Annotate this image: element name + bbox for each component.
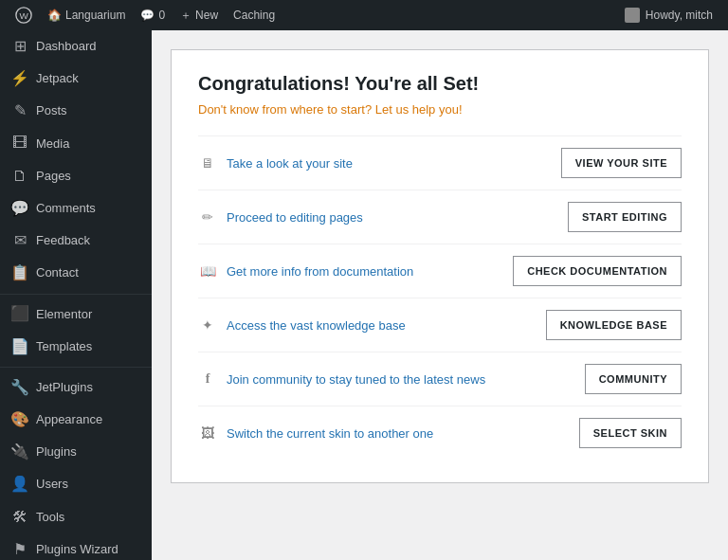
plugins-wizard-icon: ⚑ [11,541,28,558]
documentation-text: Get more info from documentation [227,264,413,279]
comments-btn[interactable]: 💬 0 [133,0,173,30]
sidebar-item-pages[interactable]: 🗋 Pages [0,160,152,192]
sidebar-item-feedback[interactable]: ✉ Feedback [0,225,152,257]
sidebar-label-templates: Templates [36,338,92,355]
new-btn[interactable]: ＋ New [173,0,226,30]
elementor-icon: ⬛ [11,306,28,323]
documentation-icon: 📖 [198,262,217,280]
sidebar-item-jetpack[interactable]: ⚡ Jetpack [0,63,152,95]
admin-bar: W 🏠 Languarium 💬 0 ＋ New Caching Howdy, … [0,0,728,30]
howdy-btn[interactable]: Howdy, mitch [617,8,720,23]
sidebar-divider-2 [0,367,152,368]
sidebar-label-posts: Posts [36,102,67,119]
knowledge-base-icon: ✦ [198,316,217,334]
sidebar-item-plugins-wizard[interactable]: ⚑ Plugins Wizard [0,533,152,560]
jetpack-icon: ⚡ [11,70,28,87]
howdy-text: Howdy, mitch [646,9,713,22]
sidebar-label-contact: Contact [36,264,79,281]
sidebar-label-appearance: Appearance [36,411,102,428]
congrats-row-view-site: 🖥 Take a look at your site VIEW YOUR SIT… [198,135,682,190]
appearance-icon: 🎨 [11,411,28,428]
sidebar-label-elementor: Elementor [36,306,92,323]
svg-text:W: W [20,10,29,21]
feedback-icon: ✉ [11,232,28,249]
check-documentation-button[interactable]: CHECK DOCUMENTATION [513,256,682,286]
caching-btn[interactable]: Caching [226,0,282,30]
posts-icon: ✎ [11,102,28,119]
select-skin-text: Switch the current skin to another one [227,426,433,441]
comment-icon: 💬 [140,9,155,22]
sidebar-label-media: Media [36,135,69,153]
sidebar-item-posts[interactable]: ✎ Posts [0,95,152,127]
congrats-row-select-skin: 🖼 Switch the current skin to another one… [198,406,682,460]
congrats-row-left-view-site: 🖥 Take a look at your site [198,154,353,172]
caching-label: Caching [233,9,275,22]
edit-pages-icon: ✏ [198,208,217,226]
sidebar-label-pages: Pages [36,168,71,185]
sidebar-item-users[interactable]: 👤 Users [0,468,152,500]
sidebar-item-tools[interactable]: 🛠 Tools [0,501,152,533]
sidebar-item-appearance[interactable]: 🎨 Appearance [0,404,152,436]
congrats-card: Congratulations! You're all Set! Don't k… [171,49,709,483]
jetplugins-icon: 🔧 [11,379,28,396]
congrats-subtitle: Don't know from where to start? Let us h… [198,102,682,117]
congrats-row-documentation: 📖 Get more info from documentation CHECK… [198,244,682,298]
pages-icon: 🗋 [11,168,28,185]
select-skin-button[interactable]: SELECT SKIN [579,418,682,448]
home-icon: 🏠 [47,9,62,22]
congrats-row-left-community: f Join community to stay tuned to the la… [198,370,485,388]
congrats-row-left-knowledge-base: ✦ Access the vast knowledge base [198,316,406,334]
sidebar-item-templates[interactable]: 📄 Templates [0,331,152,363]
sidebar-label-feedback: Feedback [36,232,90,249]
avatar [625,8,640,23]
sidebar-label-tools: Tools [36,509,64,526]
comment-count: 0 [158,9,165,22]
sidebar-label-plugins: Plugins [36,443,77,461]
knowledge-base-button[interactable]: KNOWLEDGE BASE [546,310,682,340]
sidebar-item-elementor[interactable]: ⬛ Elementor [0,298,152,331]
users-icon: 👤 [11,477,28,494]
sidebar-item-dashboard[interactable]: ⊞ Dashboard [0,30,152,63]
community-text: Join community to stay tuned to the late… [227,372,485,387]
congrats-row-knowledge-base: ✦ Access the vast knowledge base KNOWLED… [198,298,682,352]
congrats-row-community: f Join community to stay tuned to the la… [198,352,682,406]
congrats-title: Congratulations! You're all Set! [198,73,682,95]
media-icon: 🎞 [11,135,28,153]
sidebar-item-media[interactable]: 🎞 Media [0,128,152,160]
view-site-button[interactable]: VIEW YOUR SITE [561,148,682,178]
plugins-icon: 🔌 [11,443,28,461]
congrats-row-left-edit-pages: ✏ Proceed to editing pages [198,208,363,226]
comments-icon: 💬 [11,200,28,217]
sidebar-divider-1 [0,294,152,295]
start-editing-button[interactable]: START EDITING [568,202,682,232]
site-name-btn[interactable]: 🏠 Languarium [40,0,133,30]
view-site-text: Take a look at your site [227,156,353,171]
templates-icon: 📄 [11,338,28,355]
sidebar-label-users: Users [36,476,68,493]
plus-icon: ＋ [180,8,191,24]
sidebar-item-jetplugins[interactable]: 🔧 JetPlugins [0,371,152,404]
congrats-row-left-documentation: 📖 Get more info from documentation [198,262,413,280]
community-icon: f [198,370,217,388]
wp-logo-btn[interactable]: W [8,0,40,30]
sidebar-item-contact[interactable]: 📋 Contact [0,257,152,289]
sidebar-label-dashboard: Dashboard [36,38,97,55]
main-content: Congratulations! You're all Set! Don't k… [152,30,728,560]
sidebar-label-jetplugins: JetPlugins [36,379,93,396]
select-skin-icon: 🖼 [198,424,217,443]
tools-icon: 🛠 [11,509,28,526]
sidebar-label-jetpack: Jetpack [36,70,79,87]
congrats-row-left-select-skin: 🖼 Switch the current skin to another one [198,424,433,443]
sidebar-label-comments: Comments [36,200,96,217]
sidebar-menu: ⊞ Dashboard ⚡ Jetpack ✎ Posts 🎞 Media 🗋 … [0,30,152,560]
knowledge-base-text: Access the vast knowledge base [227,318,406,333]
sidebar-item-comments[interactable]: 💬 Comments [0,192,152,225]
wp-layout: ⊞ Dashboard ⚡ Jetpack ✎ Posts 🎞 Media 🗋 … [0,30,728,560]
congrats-row-edit-pages: ✏ Proceed to editing pages START EDITING [198,190,682,244]
community-button[interactable]: COMMUNITY [585,364,682,394]
new-label: New [195,9,218,22]
edit-pages-text: Proceed to editing pages [227,210,363,225]
site-name: Languarium [65,9,125,22]
sidebar-item-plugins[interactable]: 🔌 Plugins [0,436,152,468]
contact-icon: 📋 [11,264,28,281]
